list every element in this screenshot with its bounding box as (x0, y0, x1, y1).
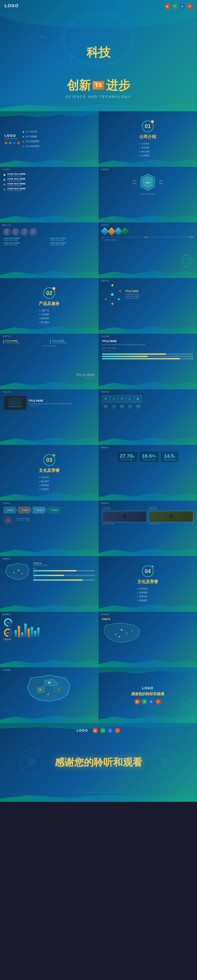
content-logo-area: LOGO CONTENT (5, 134, 20, 144)
svg-point-55 (160, 757, 169, 767)
letter-I: I (110, 395, 117, 403)
cover-icons: ▶ ✦ ◈ ⊕ (165, 3, 192, 9)
content-logo: LOGO (5, 134, 20, 137)
slide-section-02: 02 ★ 产品及服务 主要产品 产品优势 服务体系 客户案例 (0, 278, 99, 334)
region-content: 区域分布 (102, 618, 194, 645)
prog-a (33, 570, 95, 571)
honor-content: 2018 🖼 YOUR TEXT HERE 2019 🖼 (102, 507, 194, 524)
cover-subtitle: SCIENCE AND TECHNOLOGY (66, 95, 132, 99)
avatar-2: 👤 (12, 229, 19, 235)
badge-dot: ★ (52, 454, 55, 457)
slide-label: 企业文化 (2, 502, 11, 504)
intro-item-2: YOUR TEXT HERE YOUR TEXT HERE (3, 178, 95, 182)
svg-point-27 (21, 573, 23, 574)
photo-2018: 🖼 (102, 511, 147, 522)
arrow-4: TITLE#4 (47, 507, 61, 514)
section-items: 公司简介 主营业务 核心价值 企业愿景 (139, 142, 156, 158)
icon-3: ◈ (180, 3, 185, 9)
slide-product-intro: 产品介绍 TITLE HERE YOUR TEXT HERE YOUR TEXT… (0, 389, 99, 445)
content-circles (5, 142, 20, 144)
slide-title-letters: 产品特色 T I T L E TITLE NAME TEXT (99, 389, 197, 445)
letters-content: T I T L E TITLE NAME TEXT TITLE NAME TEX… (102, 395, 194, 409)
svg-point-21 (112, 303, 113, 305)
area-map-content (3, 673, 95, 703)
badge-dot: ★ (52, 287, 55, 290)
letter-E: E (134, 395, 142, 403)
svg-point-13 (181, 259, 192, 263)
svg-point-26 (18, 570, 19, 571)
intro-item-3: YOUR TEXT HERE YOUR TEXT HERE (3, 183, 95, 186)
row-7: 03 ★ 文化及荣誉 企业文化 核心理念 荣誉资质 社会责任 数据统计 (0, 445, 197, 501)
final-icon-1: ▶ (93, 728, 98, 733)
history-diamonds: 2015 2019 YOUR TEXT HERE (102, 229, 194, 241)
stats-content: 27.70% YOUR TEXT HERE 16.6+k YOUR TEXT H… (102, 451, 194, 463)
slide-label: 主要产品 (2, 335, 11, 337)
slide-label: 主要产品 (101, 280, 109, 282)
final-icon-3: ◈ (107, 728, 113, 733)
slide-team: 团队介绍 👤 👤 👤 👤 YOUR TEXT HERE YOUR TEXT HE… (0, 223, 99, 278)
cover-title-line2: 创新 TS 进步 (67, 78, 131, 92)
arrow-2: TITLE#2 (18, 507, 32, 514)
svg-point-5 (29, 41, 31, 42)
final-slide: LOGO ▶ ✦ ◈ ⊕ 感谢您的聆听和观看 (0, 723, 197, 802)
slide-section-04: 04 ★ 文化及荣誉 企业文化 品牌战略 荣誉资质 发展愿景 (99, 556, 197, 612)
slide-label: 公司简介 (2, 168, 11, 171)
map-content: TITLE 01 YOUR TEXT HERE 项目A 项目B 项目C (3, 562, 95, 582)
section-title: 产品及服务 (39, 301, 60, 306)
slide-region: 区域发展 区域分布 (99, 612, 197, 667)
cover-title-line1: 科技 (87, 45, 110, 60)
svg-point-20 (118, 298, 120, 300)
row-10: 数据图表 75% 60% (0, 612, 197, 667)
row-11: 区域地图 LOGO (0, 667, 197, 723)
section-num-circle: 04 ★ (142, 565, 153, 577)
slide-label: 产品优势 (101, 335, 109, 337)
slide-label: 发展历程 (101, 224, 109, 226)
cover-logo: LOGO (5, 3, 19, 8)
svg-point-12 (183, 255, 190, 267)
member-1: YOUR TEXT HERE YOUR TEXT HERE (3, 237, 49, 241)
slide-label: 数据统计 (101, 446, 109, 449)
svg-text:TEXT: TEXT (145, 182, 150, 184)
cover-ts-badge: TS (93, 81, 104, 90)
section-num-circle: 02 ★ (44, 287, 55, 299)
svg-point-52 (28, 757, 37, 767)
section-02-content: 02 ★ 产品及服务 主要产品 产品优势 服务体系 客户案例 (39, 287, 60, 325)
arrow-1: TITLE#1 (3, 507, 17, 514)
content-items: 01 公司介绍 02 产品服务 03 文化及荣誉 04 文化及荣誉 (23, 130, 94, 148)
svg-rect-25 (10, 400, 20, 405)
slide-map-layout: 全国布局 TITLE 01 YOUR TEXT HERE (0, 556, 99, 612)
diamond-4 (121, 228, 129, 235)
stat-2: 16.6+k YOUR TEXT HERE (139, 451, 159, 463)
slide-label: 区域地图 (2, 669, 11, 671)
prog-2 (102, 356, 194, 357)
features-content: TITLE HERE YOUR TEXT HERE TITLE HERE YOU… (3, 340, 95, 347)
slide-company-intro: 公司简介 YOUR TEXT HERE YOUR TEXT HERE YOUR … (0, 167, 99, 223)
slide-main-business: 主营业务 TEXT TEXT TEXT TEXT TEXT (99, 167, 197, 223)
donut-2: 60% (3, 628, 13, 637)
laptop-placeholder (3, 395, 27, 410)
final-wave-bottom (0, 794, 197, 802)
product-intro-content: TITLE HERE YOUR TEXT HERE YOUR TEXT HERE… (3, 395, 95, 410)
letter-L: L (126, 395, 134, 403)
intro-content: YOUR TEXT HERE YOUR TEXT HERE YOUR TEXT … (3, 173, 95, 191)
slide-label: 产品特色 (101, 391, 109, 393)
slide-history: 发展历程 2015 2019 (99, 223, 197, 278)
stat-3: 14.5+ YOUR TEXT HERE (161, 451, 178, 463)
final-icons: ▶ ✦ ◈ ⊕ (135, 699, 161, 705)
slide-label: 区域发展 (101, 613, 109, 616)
product-content: TITLE HERE YOUR TEXT HERE YOUR TEXT HERE… (102, 284, 194, 305)
cover-slide: LOGO ▶ ✦ ◈ ⊕ 科技 (0, 0, 197, 111)
final-icon-4: ⊕ (115, 728, 120, 733)
avatar-4: 👤 (30, 229, 37, 235)
bar-chart (14, 621, 95, 637)
slide-label: 主营业务 (101, 168, 109, 171)
slide-culture: 企业文化 TITLE#1 TITLE#2 TITLE#3 TITLE#4 (0, 501, 99, 556)
slide-area-map: 区域地图 (0, 667, 99, 723)
row-4: 02 ★ 产品及服务 主要产品 产品优势 服务体系 客户案例 主要产品 (0, 278, 197, 334)
svg-point-6 (50, 46, 51, 47)
content-label: CONTENT (5, 137, 20, 140)
row-5: 主要产品 TITLE HERE YOUR TEXT HERE TITLE HER… (0, 334, 197, 389)
slide-section-01: 01 ★ 公司介绍 公司简介 主营业务 核心价值 企业愿景 (99, 111, 197, 167)
slide-product-advantage: 产品优势 TITLE HERE YOUR TEXT HERE YOUR TEXT… (99, 334, 197, 389)
member-2: YOUR TEXT HERE YOUR TEXT HERE (50, 237, 95, 241)
